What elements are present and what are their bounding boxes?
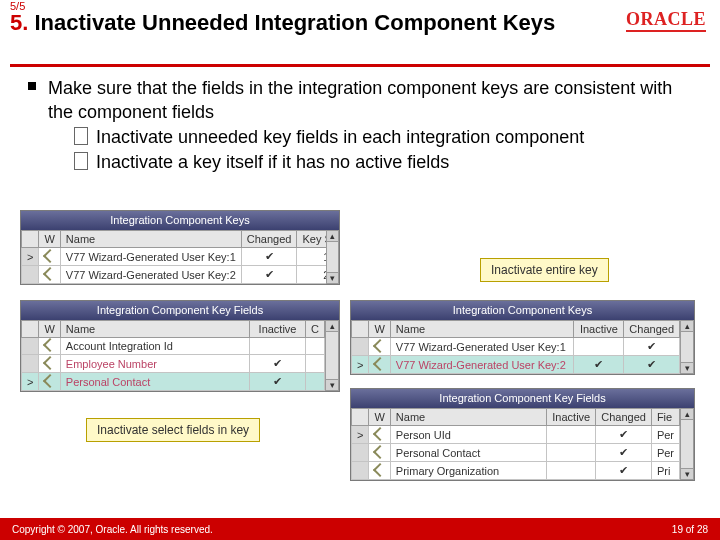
row-cursor-icon bbox=[352, 462, 369, 480]
table-row[interactable]: > Personal Contact ✔ bbox=[22, 373, 325, 391]
cell-w bbox=[39, 355, 60, 373]
grid-key-fields-2: W Name Inactive Changed Fie > Person UId… bbox=[351, 408, 680, 480]
slide-header: 5/5 5. Inactivate Unneeded Integration C… bbox=[10, 0, 710, 35]
page-join: of bbox=[683, 524, 697, 535]
table-row[interactable]: Primary Organization ✔ Pri bbox=[352, 462, 680, 480]
cell-inactive bbox=[547, 462, 596, 480]
scroll-down-icon[interactable]: ▾ bbox=[326, 272, 339, 284]
cell-w bbox=[369, 338, 390, 356]
panel-integration-keys-1: Integration Component Keys W Name Change… bbox=[20, 210, 340, 285]
col-inactive: Inactive bbox=[547, 409, 596, 426]
cell-name: Personal Contact bbox=[60, 373, 249, 391]
cell-inactive bbox=[547, 444, 596, 462]
col-changed: Changed bbox=[241, 231, 297, 248]
col-w: W bbox=[39, 321, 60, 338]
slide-body: Make sure that the fields in the integra… bbox=[28, 76, 700, 175]
col-cursor bbox=[22, 321, 39, 338]
panel-title: Integration Component Key Fields bbox=[351, 389, 694, 408]
row-cursor-icon bbox=[22, 355, 39, 373]
col-key-seq: Key Sequ bbox=[297, 231, 326, 248]
oracle-logo-underline bbox=[626, 30, 706, 32]
col-inactive: Inactive bbox=[574, 321, 624, 338]
cell-field: Pri bbox=[651, 462, 679, 480]
scroll-track[interactable] bbox=[680, 420, 694, 468]
scroll-up-icon[interactable]: ▴ bbox=[326, 230, 339, 242]
table-row[interactable]: Account Integration Id bbox=[22, 338, 325, 355]
vertical-scrollbar[interactable]: ▴ ▾ bbox=[680, 408, 694, 480]
table-row[interactable]: > Person UId ✔ Per bbox=[352, 426, 680, 444]
table-header-row: W Name Inactive Changed Fie bbox=[352, 409, 680, 426]
cell-w bbox=[39, 338, 60, 355]
cell-name: Personal Contact bbox=[390, 444, 546, 462]
table-row[interactable]: Personal Contact ✔ Per bbox=[352, 444, 680, 462]
vertical-scrollbar[interactable]: ▴ ▾ bbox=[325, 320, 339, 391]
cell-c bbox=[306, 373, 325, 391]
scroll-up-icon[interactable]: ▴ bbox=[680, 408, 694, 420]
cell-w bbox=[39, 248, 60, 266]
cell-w bbox=[39, 266, 60, 284]
table-row[interactable]: Employee Number ✔ bbox=[22, 355, 325, 373]
cell-name: Employee Number bbox=[60, 355, 249, 373]
col-name: Name bbox=[60, 321, 249, 338]
cell-key-seq: 2 bbox=[297, 266, 326, 284]
cell-w bbox=[369, 462, 390, 480]
col-name: Name bbox=[60, 231, 241, 248]
scroll-track[interactable] bbox=[326, 242, 339, 272]
grid-integration-keys-1: W Name Changed Key Sequ > V77 Wizard-Gen… bbox=[21, 230, 326, 284]
table-row[interactable]: > V77 Wizard-Generated User Key:1 ✔ 1 bbox=[22, 248, 327, 266]
oracle-logo-text: ORACLE bbox=[626, 9, 706, 29]
cell-inactive: ✔ bbox=[574, 356, 624, 374]
col-name: Name bbox=[390, 409, 546, 426]
col-c: C bbox=[306, 321, 325, 338]
cell-changed: ✔ bbox=[596, 462, 652, 480]
scroll-down-icon[interactable]: ▾ bbox=[325, 379, 339, 391]
cell-w bbox=[39, 373, 60, 391]
cell-inactive: ✔ bbox=[250, 355, 306, 373]
title-number: 5. bbox=[10, 10, 28, 35]
title-text: Inactivate Unneeded Integration Componen… bbox=[28, 10, 555, 35]
cell-inactive bbox=[574, 338, 624, 356]
vertical-scrollbar[interactable]: ▴ ▾ bbox=[680, 320, 694, 374]
row-cursor-icon bbox=[22, 266, 39, 284]
col-cursor bbox=[22, 231, 39, 248]
cell-name: V77 Wizard-Generated User Key:2 bbox=[60, 266, 241, 284]
table-row[interactable]: V77 Wizard-Generated User Key:1 ✔ bbox=[352, 338, 680, 356]
cell-w bbox=[369, 426, 390, 444]
row-cursor-icon: > bbox=[22, 248, 39, 266]
vertical-scrollbar[interactable]: ▴ ▾ bbox=[326, 230, 339, 284]
scroll-track[interactable] bbox=[325, 332, 339, 379]
pencil-icon bbox=[43, 373, 57, 387]
oracle-logo: ORACLE bbox=[626, 10, 706, 32]
cell-inactive bbox=[547, 426, 596, 444]
table-row[interactable]: > V77 Wizard-Generated User Key:2 ✔ ✔ bbox=[352, 356, 680, 374]
scroll-down-icon[interactable]: ▾ bbox=[680, 468, 694, 480]
panel-key-fields-2: Integration Component Key Fields W Name … bbox=[350, 388, 695, 481]
col-w: W bbox=[369, 321, 390, 338]
cell-name: V77 Wizard-Generated User Key:2 bbox=[390, 356, 574, 374]
cell-name: Person UId bbox=[390, 426, 546, 444]
cell-changed: ✔ bbox=[624, 356, 680, 374]
pencil-icon bbox=[43, 355, 57, 369]
scroll-track[interactable] bbox=[680, 332, 694, 362]
row-cursor-icon bbox=[352, 338, 369, 356]
bullet-level2: Inactivate unneeded key fields in each i… bbox=[74, 125, 700, 150]
panel-title: Integration Component Key Fields bbox=[21, 301, 339, 320]
col-w: W bbox=[39, 231, 60, 248]
scroll-down-icon[interactable]: ▾ bbox=[680, 362, 694, 374]
table-header-row: W Name Changed Key Sequ bbox=[22, 231, 327, 248]
page-current: 19 bbox=[672, 524, 683, 535]
col-name: Name bbox=[390, 321, 574, 338]
cell-changed: ✔ bbox=[624, 338, 680, 356]
page-number: 19 of 28 bbox=[672, 524, 708, 535]
scroll-up-icon[interactable]: ▴ bbox=[325, 320, 339, 332]
row-cursor-icon: > bbox=[352, 356, 369, 374]
pencil-icon bbox=[373, 462, 387, 476]
grid-key-fields-1: W Name Inactive C Account Integration Id… bbox=[21, 320, 325, 391]
table-row[interactable]: V77 Wizard-Generated User Key:2 ✔ 2 bbox=[22, 266, 327, 284]
panel-title: Integration Component Keys bbox=[351, 301, 694, 320]
slide-title: 5. Inactivate Unneeded Integration Compo… bbox=[10, 10, 710, 35]
panel-key-fields-1: Integration Component Key Fields W Name … bbox=[20, 300, 340, 392]
cell-changed: ✔ bbox=[241, 248, 297, 266]
scroll-up-icon[interactable]: ▴ bbox=[680, 320, 694, 332]
cell-w bbox=[369, 444, 390, 462]
